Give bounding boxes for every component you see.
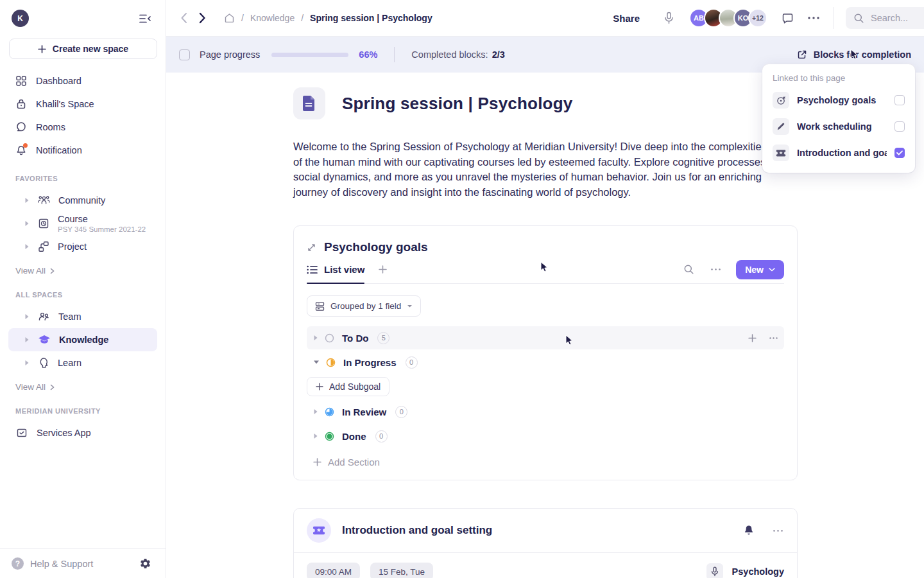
chevron-right-icon[interactable] — [24, 220, 30, 227]
link-checkbox[interactable] — [894, 95, 905, 105]
sidebar-item-project[interactable]: Project — [8, 235, 157, 258]
status-in-review-icon — [325, 407, 334, 417]
divider — [394, 47, 395, 62]
status-todo-icon — [325, 333, 334, 343]
group-count-badge: 5 — [377, 332, 389, 344]
popup-item-psychology-goals[interactable]: Psychology goals — [771, 89, 906, 111]
chevron-right-icon[interactable] — [24, 243, 30, 250]
comment-icon[interactable] — [782, 13, 794, 24]
linked-to-page-popup: Linked to this page Psychology goals Wor… — [762, 64, 915, 173]
community-icon — [38, 195, 50, 206]
sidebar-item-knowledge[interactable]: Knowledge — [8, 328, 157, 351]
group-row-in-review[interactable]: In Review 0 — [307, 400, 784, 423]
team-icon — [38, 311, 50, 322]
blocks-for-completion-button[interactable]: Blocks for completion — [797, 49, 911, 60]
group-row-todo[interactable]: To Do 5 — [307, 326, 784, 349]
forward-icon[interactable] — [198, 11, 207, 25]
breadcrumb-section[interactable]: Knowledge — [250, 13, 295, 23]
sidebar-item-services-app[interactable]: Services App — [0, 421, 166, 444]
completed-blocks-value: 2/3 — [492, 49, 505, 60]
chevron-right-icon[interactable] — [24, 197, 30, 204]
grouped-by-button[interactable]: Grouped by 1 field — [307, 295, 421, 317]
expand-icon[interactable] — [307, 243, 316, 252]
category-label: Psychology — [732, 566, 784, 577]
external-link-icon — [797, 49, 807, 60]
search-input[interactable] — [871, 13, 916, 23]
dashboard-icon — [15, 75, 27, 87]
bell-icon[interactable] — [742, 523, 755, 538]
chevron-down-icon[interactable] — [313, 360, 320, 365]
link-checkbox[interactable] — [894, 121, 905, 132]
search-box[interactable] — [846, 7, 924, 29]
chevron-right-icon[interactable] — [24, 360, 30, 366]
popup-title: Linked to this page — [773, 73, 905, 83]
link-checkbox[interactable] — [894, 148, 905, 158]
more-options-icon[interactable] — [769, 337, 778, 339]
more-options-icon[interactable] — [808, 17, 819, 19]
sidebar-item-notification[interactable]: Notification — [0, 139, 166, 162]
sidebar-item-course[interactable]: Course PSY 345 Summer 2021-22 — [8, 212, 157, 235]
spaces-view-all[interactable]: View All — [0, 374, 166, 394]
microphone-icon[interactable] — [664, 12, 674, 24]
breadcrumb-page[interactable]: Spring session | Psychology — [310, 13, 432, 23]
progress-percent: 66% — [359, 49, 377, 60]
popup-item-work-scheduling[interactable]: Work scheduling — [771, 116, 906, 137]
settings-gear-icon[interactable] — [138, 556, 153, 571]
chevron-right-icon[interactable] — [313, 408, 318, 415]
sidebar-item-dashboard[interactable]: Dashboard — [0, 69, 166, 92]
group-row-done[interactable]: Done 0 — [307, 425, 784, 448]
date-chip[interactable]: 15 Feb, Tue — [370, 563, 433, 578]
back-icon[interactable] — [179, 11, 189, 25]
sidebar-item-label: Project — [58, 241, 87, 252]
sidebar-item-label: Khalil's Space — [36, 99, 94, 109]
chevron-right-icon[interactable] — [313, 335, 318, 341]
share-button[interactable]: Share — [613, 13, 640, 24]
all-spaces-section-label: ALL SPACES — [0, 278, 166, 305]
status-done-icon — [325, 432, 334, 441]
sidebar-item-label: Notification — [36, 145, 82, 155]
home-icon[interactable] — [224, 13, 235, 23]
favorites-view-all[interactable]: View All — [0, 258, 166, 278]
time-chip[interactable]: 09:00 AM — [307, 563, 360, 578]
introduction-card: Introduction and goal setting 09:00 AM 1… — [293, 508, 798, 578]
avatar-overflow-count[interactable]: +12 — [748, 8, 767, 28]
plus-icon — [38, 45, 46, 53]
new-button[interactable]: New — [736, 260, 784, 279]
sidebar-item-team[interactable]: Team — [8, 305, 157, 328]
list-view-icon — [307, 265, 318, 275]
chevron-right-icon[interactable] — [24, 313, 30, 320]
workspace-avatar[interactable]: K — [12, 10, 29, 27]
create-new-space-button[interactable]: Create new space — [9, 39, 157, 59]
more-options-icon[interactable] — [772, 529, 784, 533]
chevron-down-icon — [769, 268, 775, 272]
group-icon — [315, 301, 325, 311]
sidebar-item-label: Rooms — [36, 122, 65, 132]
chevron-right-icon[interactable] — [313, 433, 318, 439]
ticket-icon — [307, 518, 331, 543]
add-section-button[interactable]: Add Section — [307, 457, 784, 468]
search-icon[interactable] — [682, 263, 696, 276]
notification-dot — [23, 143, 28, 148]
sidebar-item-learn[interactable]: Learn — [8, 351, 157, 374]
sidebar-item-rooms[interactable]: Rooms — [0, 116, 166, 139]
sidebar-item-label: Team — [58, 311, 81, 322]
sidebar-item-label: Learn — [58, 358, 81, 368]
group-row-in-progress[interactable]: In Progress 0 — [307, 351, 784, 374]
add-view-icon[interactable] — [379, 265, 387, 274]
collapse-sidebar-icon[interactable] — [138, 12, 153, 25]
page-document-icon[interactable] — [293, 87, 325, 119]
more-options-icon[interactable] — [710, 267, 722, 272]
page-progress-checkbox[interactable] — [179, 49, 190, 60]
tab-list-view[interactable]: List view — [307, 256, 364, 283]
help-support-link[interactable]: Help & Support — [30, 559, 132, 569]
sidebar-item-khalils-space[interactable]: Khalil's Space — [0, 92, 166, 116]
chevron-right-icon[interactable] — [24, 337, 30, 343]
sidebar-item-community[interactable]: Community — [8, 189, 157, 212]
popup-item-introduction[interactable]: Introduction and goal... — [771, 142, 906, 164]
sidebar-item-label: Knowledge — [59, 335, 108, 345]
add-subgoal-button[interactable]: Add Subgoal — [307, 377, 389, 396]
course-icon — [38, 218, 49, 229]
add-goal-icon[interactable] — [748, 334, 757, 342]
microphone-icon[interactable] — [706, 563, 723, 578]
services-app-icon — [16, 427, 28, 439]
